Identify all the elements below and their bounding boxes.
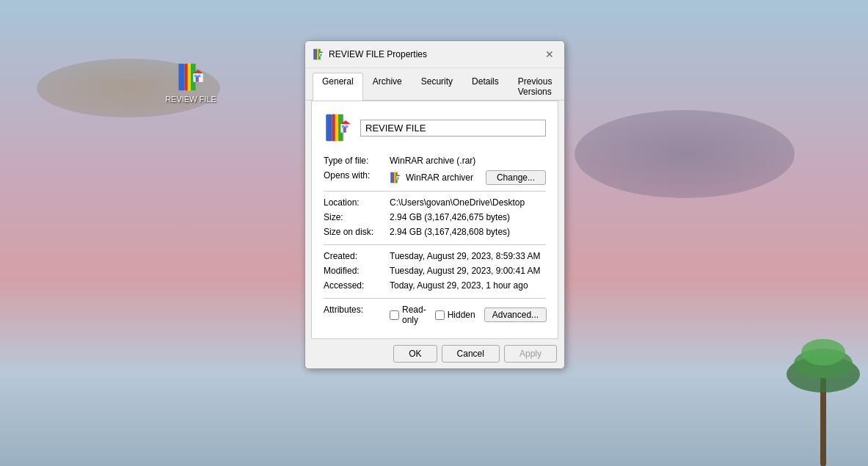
modified-value: Tuesday, August 29, 2023, 9:00:41 AM [390,266,546,276]
properties-table: Type of file: WinRAR archive (.rar) Open… [324,154,546,327]
svg-rect-13 [317,49,318,60]
accessed-value: Today, August 29, 2023, 1 hour ago [390,280,546,291]
attributes-content: Read-only Hidden Advanced... [390,305,547,325]
readonly-checkbox-label[interactable]: Read-only [390,305,426,325]
advanced-button[interactable]: Advanced... [484,307,547,322]
size-row: Size: 2.94 GB (3,167,426,675 bytes) [324,211,546,225]
location-label: Location: [324,197,390,208]
svg-rect-31 [394,172,395,183]
size-disk-value: 2.94 GB (3,167,428,608 bytes) [390,227,546,237]
size-disk-label: Size on disk: [324,227,390,237]
apply-button[interactable]: Apply [504,345,557,363]
size-label: Size: [324,212,390,222]
hidden-label: Hidden [448,310,475,320]
type-row: Type of file: WinRAR archive (.rar) [324,154,546,169]
svg-rect-11 [313,49,316,60]
divider-3 [324,298,546,299]
svg-rect-19 [326,114,332,142]
location-row: Location: C:\Users\govan\OneDrive\Deskto… [324,196,546,211]
modified-row: Modified: Tuesday, August 29, 2023, 9:00… [324,264,546,279]
location-value: C:\Users\govan\OneDrive\Desktop [390,197,546,208]
dialog-titlebar: REVIEW FILE Properties ✕ [305,41,564,68]
cancel-button[interactable]: Cancel [442,345,500,363]
file-header-icon [324,113,353,142]
readonly-label: Read-only [402,305,426,325]
properties-dialog: REVIEW FILE Properties ✕ General Archive… [304,40,565,369]
size-disk-row: Size on disk: 2.94 GB (3,167,428,608 byt… [324,225,546,240]
created-row: Created: Tuesday, August 29, 2023, 8:59:… [324,250,546,264]
svg-rect-1 [178,64,184,91]
opens-label: Opens with: [324,170,390,181]
attributes-row: Attributes: Read-only Hidden Advanced... [324,303,546,327]
svg-rect-8 [194,75,197,77]
change-button[interactable]: Change... [486,170,546,185]
svg-rect-12 [316,49,318,60]
attributes-label: Attributes: [324,305,390,315]
type-value: WinRAR archive (.rar) [390,156,546,166]
cloud-right [575,110,795,198]
palm-tree-decoration [780,319,868,466]
svg-rect-2 [185,64,188,91]
svg-point-39 [801,339,845,365]
opens-with-content: WinRAR archiver Change... [390,170,546,185]
dialog-title-icon [313,48,324,60]
hidden-checkbox-label[interactable]: Hidden [435,310,475,320]
created-label: Created: [324,251,390,261]
svg-rect-35 [398,177,399,179]
file-header [324,113,546,142]
tab-general[interactable]: General [313,73,363,101]
winrar-icon-large [176,62,205,92]
type-label: Type of file: [324,156,390,166]
svg-rect-26 [342,125,344,128]
svg-rect-30 [393,172,395,183]
divider-2 [324,244,546,245]
hidden-checkbox[interactable] [435,310,445,320]
divider-1 [324,191,546,192]
desktop: REVIEW FILE REVIEW FILE Properties ✕ [0,0,868,466]
svg-rect-27 [346,125,348,128]
accessed-label: Accessed: [324,280,390,291]
opens-with-icon [390,172,401,183]
desktop-icon-review-file[interactable]: REVIEW FILE [161,62,220,103]
tab-archive[interactable]: Archive [363,73,412,100]
modified-label: Modified: [324,266,390,276]
tab-details[interactable]: Details [462,73,508,100]
dialog-content: Type of file: WinRAR archive (.rar) Open… [311,101,558,339]
dialog-title-text: REVIEW FILE Properties [329,49,427,59]
dialog-tabs: General Archive Security Details Previou… [305,68,564,101]
dialog-close-button[interactable]: ✕ [542,47,557,62]
accessed-row: Accessed: Today, August 29, 2023, 1 hour… [324,279,546,294]
created-value: Tuesday, August 29, 2023, 8:59:33 AM [390,251,546,261]
desktop-icon-label: REVIEW FILE [165,95,216,103]
dialog-title-left: REVIEW FILE Properties [313,48,427,60]
tab-previous-versions[interactable]: Previous Versions [508,73,562,100]
tab-security[interactable]: Security [412,73,462,100]
size-value: 2.94 GB (3,167,426,675 bytes) [390,212,546,222]
svg-rect-17 [321,54,322,56]
svg-rect-20 [332,114,335,142]
ok-button[interactable]: OK [393,345,437,363]
readonly-checkbox[interactable] [390,310,399,320]
svg-rect-9 [198,75,200,77]
file-name-input[interactable] [360,120,546,136]
opens-with-row: Opens with: WinRAR archiver [324,169,546,186]
dialog-buttons: OK Cancel Apply [305,339,564,368]
svg-rect-3 [188,64,191,91]
svg-rect-21 [335,114,338,142]
svg-rect-29 [390,172,393,183]
opens-app-value: WinRAR archiver [406,172,481,183]
